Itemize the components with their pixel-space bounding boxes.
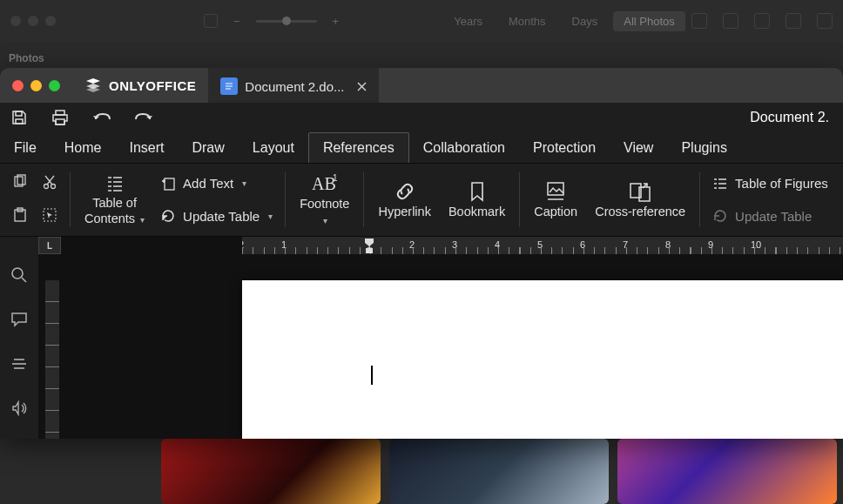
table-of-contents-button[interactable]: Table ofContents ▾ [76,164,153,236]
cross-reference-label: Cross-reference [595,205,685,219]
cross-reference-icon [628,180,652,203]
hyperlink-label: Hyperlink [378,205,430,219]
menu-collaboration[interactable]: Collaboration [409,132,519,163]
window-maximize-button[interactable] [49,80,60,91]
photos-zoom-controls: − + [204,14,339,28]
document-tab[interactable]: Document 2.do... [208,68,378,103]
svg-text:1: 1 [333,173,338,183]
photos-right-toolbar [691,13,833,29]
svg-marker-0 [86,78,100,84]
bookmark-button[interactable]: Bookmark [440,164,514,236]
refresh-icon [160,208,176,224]
close-tab-icon[interactable] [357,79,367,94]
refresh-icon [712,208,728,224]
zoom-out-icon: − [233,15,240,28]
photos-sidebar-toggle [204,14,218,28]
undo-button[interactable] [92,111,111,124]
caption-icon [544,180,567,203]
bookmark-label: Bookmark [448,205,505,219]
horizontal-ruler[interactable] [242,237,843,254]
bookmark-icon [468,180,487,203]
ruler-corner[interactable]: L [38,237,61,254]
feedback-button[interactable] [10,400,28,420]
menu-references[interactable]: References [308,132,409,163]
photos-zoom-slider [256,20,317,23]
caption-label: Caption [534,205,577,219]
footnote-label: Footnote [300,197,349,211]
ribbon-references: Table ofContents ▾ Add Text ▾ Update Tab… [0,164,843,237]
photo-thumbnail [617,439,837,504]
brand-label: ONLYOFFICE [109,78,196,93]
onlyoffice-window: ONLYOFFICE Document 2.do... Document 2. [0,68,843,439]
menu-plugins[interactable]: Plugins [667,132,740,163]
footnote-icon: AB1 [312,172,338,195]
menu-file[interactable]: File [0,132,51,163]
comments-button[interactable] [10,311,28,331]
photos-thumbnail-row [161,439,837,504]
quick-access-toolbar: Document 2. [0,103,843,132]
redo-button[interactable] [134,111,153,124]
add-text-label: Add Text [183,176,233,191]
paste-icon[interactable] [12,207,28,225]
table-of-figures-icon [712,176,728,192]
svg-rect-36 [548,183,563,195]
menu-draw[interactable]: Draw [178,132,238,163]
window-minimize-button[interactable] [30,80,42,91]
window-close-button[interactable] [12,80,24,91]
indent-marker[interactable] [363,237,375,257]
traffic-lights [0,80,72,91]
menu-bar: File Home Insert Draw Layout References … [0,132,843,164]
toc-label-1: Table of [92,196,137,210]
document-tab-title: Document 2.do... [245,79,344,94]
save-button[interactable] [10,109,28,126]
svg-rect-31 [165,178,174,190]
photos-info-icon [691,13,707,29]
brand-tab[interactable]: ONLYOFFICE [72,68,208,103]
add-text-icon [160,176,176,192]
print-button[interactable] [51,109,70,126]
photos-tab-all: All Photos [613,11,685,31]
photos-close-dim [10,16,21,26]
photos-traffic-lights [10,16,56,26]
svg-point-47 [12,268,23,279]
cross-reference-button[interactable]: Cross-reference [586,164,694,236]
copy-icon[interactable] [12,174,28,192]
menu-layout[interactable]: Layout [239,132,308,163]
svg-marker-13 [146,116,152,119]
svg-marker-12 [93,116,99,119]
menu-insert[interactable]: Insert [115,132,178,163]
photos-min-dim [28,16,38,26]
onlyoffice-logo-icon [84,77,102,94]
add-text-button[interactable]: Add Text ▾ [160,176,273,192]
cut-icon[interactable] [42,174,57,192]
photos-max-dim [45,16,56,26]
document-title: Document 2. [750,110,833,125]
update-table-figures-label: Update Table [735,209,812,224]
select-all-icon[interactable] [42,207,57,225]
photos-share-icon [723,13,738,29]
photos-tab-days: Days [562,11,609,31]
find-button[interactable] [10,266,28,286]
caption-button[interactable]: Caption [525,164,586,236]
svg-rect-9 [16,119,23,124]
zoom-in-icon: + [333,15,340,28]
svg-point-18 [44,185,49,189]
menu-home[interactable]: Home [51,132,116,163]
update-table-button[interactable]: Update Table ▾ [160,208,273,224]
table-of-figures-button[interactable]: Table of Figures [712,176,828,192]
toc-label-2: Contents [84,212,135,225]
document-icon [220,77,238,95]
svg-line-48 [22,278,26,282]
svg-point-19 [51,185,56,189]
document-page[interactable] [242,280,843,439]
headings-button[interactable] [10,355,28,375]
hyperlink-button[interactable]: Hyperlink [369,164,439,236]
photos-favorite-icon [754,13,770,29]
menu-protection[interactable]: Protection [519,132,610,163]
titlebar: ONLYOFFICE Document 2.do... [0,68,843,103]
photos-sidebar-label: Photos [9,52,44,64]
photos-titlebar: − + Years Months Days All Photos [0,0,843,42]
menu-view[interactable]: View [610,132,667,163]
vertical-ruler[interactable] [45,280,59,439]
footnote-button[interactable]: AB1 Footnote▾ [291,164,358,236]
